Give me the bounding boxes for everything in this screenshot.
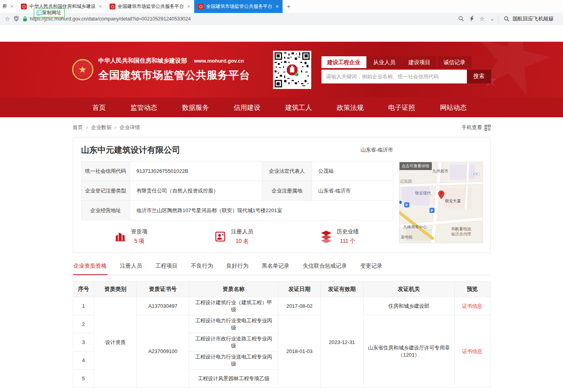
ministry-name: 中华人民共和国住房和城乡建设部 <box>98 57 187 65</box>
reg-type-label: 企业登记注册类型 <box>81 181 130 201</box>
nav-item-workers[interactable]: 建筑工人 <box>285 103 312 112</box>
reg-region-label: 企业注册属地 <box>262 181 312 201</box>
map-label-lianan-modern: 联安现代 <box>415 190 431 196</box>
breadcrumb-home[interactable]: 首页 <box>73 124 83 131</box>
cell-name: 工程设计建筑行业（建筑工程）甲级 <box>189 297 279 315</box>
qualification-icon <box>115 231 126 242</box>
qr-code-image <box>275 52 310 87</box>
flash-icon[interactable] <box>470 16 474 22</box>
cell-no: 5 <box>73 370 94 388</box>
map-label-lianan-tower: 联安大厦 <box>445 198 461 204</box>
stat-label: 历史业绩 <box>337 228 359 235</box>
mobile-view-button[interactable]: 手机查看 <box>462 124 491 131</box>
tab-blacklist[interactable]: 黑名单记录 <box>261 263 290 275</box>
tab-registered-personnel[interactable]: 注册人员 <box>119 263 143 275</box>
site-favicon-icon <box>110 4 115 9</box>
col-header-validity: 发证有效期 <box>320 281 363 297</box>
certificate-info-link[interactable]: 证书信息 <box>462 303 483 309</box>
site-banner: 中华人民共和国住房和城乡建设部 www.mohurd.gov.cn 全国建筑市场… <box>0 42 563 98</box>
stat-history-performance[interactable]: 历史业绩 111 个 <box>320 228 359 245</box>
nav-item-data-services[interactable]: 数据服务 <box>182 103 209 112</box>
tab-title: 界 <box>2 3 7 10</box>
stat-label: 注册人员 <box>231 228 253 235</box>
zoom-icon[interactable] <box>458 16 464 22</box>
map-label-business-center: 九峰商务中心 <box>403 224 427 230</box>
ministry-website: www.mohurd.gov.cn <box>194 58 244 64</box>
tab-dishonesty-records[interactable]: 失信联合惩戒记录 <box>302 263 348 275</box>
cell-authority: 山东省住房和城乡建设厅许可专用章（1201） <box>363 315 454 388</box>
browser-address-bar: ☆ https://jzsc.mohurd.gov.cn/data/compan… <box>0 13 563 25</box>
nav-item-credit[interactable]: 信用建设 <box>234 103 260 112</box>
col-header-name: 资质名称 <box>189 281 279 297</box>
breadcrumb-company-data[interactable]: 企业数据 <box>91 124 111 131</box>
map-atm-badge: ATM <box>471 172 479 176</box>
favorite-star-icon[interactable]: ☆ <box>479 16 485 22</box>
tab-bad-behavior[interactable]: 不良行为 <box>190 263 214 275</box>
col-header-cert-no: 资质证书号 <box>137 281 189 297</box>
cell-no: 4 <box>73 351 94 370</box>
stat-qualifications[interactable]: 资质项 5 项 <box>115 228 148 245</box>
tab-good-behavior[interactable]: 良好行为 <box>226 263 249 275</box>
tab-close-icon[interactable]: ✕ <box>187 4 190 9</box>
search-tab-project[interactable]: 建设项目 <box>403 56 437 68</box>
browser-search-box[interactable]: 国航回应飞机颠簸 <box>498 15 558 22</box>
tab-qualifications[interactable]: 企业资质资格 <box>73 263 108 275</box>
certificate-info-link[interactable]: 证书信息 <box>462 348 483 354</box>
stat-registered-personnel[interactable]: 注册人员 10 名 <box>215 228 253 245</box>
chevron-down-icon[interactable]: ⌄ <box>490 16 494 21</box>
page-top-gap <box>0 25 563 42</box>
address-value: 临沂市兰山区陶然路107号星河晶都（联安）现代城1号楼2201室 <box>130 201 393 220</box>
tab-close-icon[interactable]: ✕ <box>275 4 279 9</box>
bookmark-star-icon[interactable]: ☆ <box>5 16 10 22</box>
nav-item-site-news[interactable]: 网站动态 <box>440 103 466 112</box>
cell-no: 2 <box>73 315 94 333</box>
stat-value: 111 个 <box>337 238 359 245</box>
keyword-search-input[interactable] <box>321 70 467 83</box>
new-tab-button[interactable]: ＋ <box>283 0 295 13</box>
hot-search-text: 国航回应飞机颠簸 <box>513 15 554 22</box>
browser-tab-partial[interactable]: 界 ✕ <box>0 0 17 13</box>
search-button[interactable]: 搜索 <box>467 70 491 83</box>
stat-value: 10 名 <box>231 238 253 245</box>
site-safety-shield-icon[interactable] <box>14 16 19 22</box>
company-location-map[interactable]: 点击可查看详情 九州超市 ATM 记花园 联安现代 P P 联安大厦 九峰商务中… <box>399 162 483 243</box>
reg-region-value: 山东省-临沂市 <box>312 181 393 201</box>
address-label: 企业经营地址 <box>81 201 130 220</box>
parking-icon: P <box>429 208 435 213</box>
map-label-battery-line2: 临沂总代理 <box>450 232 473 237</box>
browser-tab-jzsc[interactable]: 全国建筑市场监管公共服务平台 ✕ <box>106 0 194 13</box>
site-favicon-icon <box>21 4 27 9</box>
cell-no: 1 <box>73 297 94 315</box>
tab-close-icon[interactable]: ✕ <box>98 4 102 9</box>
search-tab-credit[interactable]: 诚信记录 <box>438 56 472 68</box>
nav-item-home[interactable]: 首页 <box>93 103 106 112</box>
cell-name: 工程设计电力行业变电工程专业丙级 <box>189 315 279 333</box>
url-box[interactable]: https://jzsc.mohurd.gov.cn/data/company/… <box>23 16 454 22</box>
cell-no: 3 <box>73 333 94 351</box>
tab-projects[interactable]: 工程项目 <box>155 263 178 275</box>
map-label-battery-line1: 风帆蓄电池 <box>450 227 473 232</box>
search-tab-enterprise[interactable]: 建设工程企业 <box>321 56 366 68</box>
cell-cert-no: A137030497 <box>137 297 189 315</box>
search-tab-personnel[interactable]: 从业人员 <box>368 56 401 68</box>
cell-category: 设计资质 <box>94 297 137 388</box>
nav-item-e-certificates[interactable]: 电子证照 <box>388 103 415 112</box>
mobile-qr-icon <box>485 125 491 131</box>
company-region: 山东省-临沂市 <box>360 146 393 153</box>
parking-icon: P <box>404 202 409 207</box>
banner-search-area: 建设工程企业 从业人员 建设项目 诚信记录 搜索 <box>321 56 491 83</box>
nav-item-supervision-news[interactable]: 监管动态 <box>130 103 157 112</box>
table-row: 1 设计资质 A137030497 工程设计建筑行业（建筑工程）甲级 2017-… <box>73 297 490 315</box>
col-header-category: 资质类别 <box>94 281 137 297</box>
map-label-garden: 记花园 <box>400 179 412 184</box>
tab-close-icon[interactable]: ✕ <box>10 4 13 9</box>
map-pin-icon <box>438 190 444 199</box>
breadcrumb: 首页 > 企业数据 > 企业详情 手机查看 <box>73 124 491 131</box>
stat-value: 5 项 <box>131 238 148 245</box>
browser-tab-active[interactable]: 全国建筑市场监管公共服务平台 ✕ <box>194 0 282 13</box>
col-header-no: 序号 <box>73 281 94 297</box>
map-road <box>430 162 442 243</box>
tab-change-records[interactable]: 变更记录 <box>360 263 383 275</box>
nav-item-policies[interactable]: 政策法规 <box>337 103 364 112</box>
col-header-authority: 发证机关 <box>363 281 454 297</box>
